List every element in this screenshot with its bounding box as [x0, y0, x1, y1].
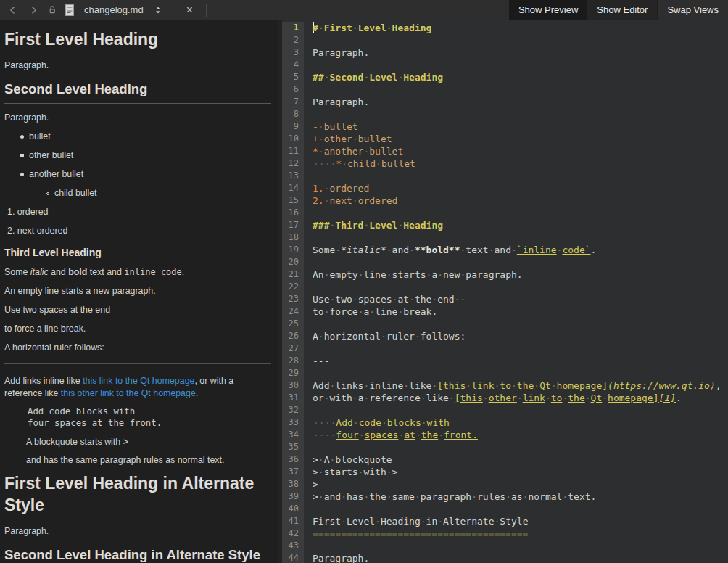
line-number[interactable]: 13	[282, 170, 304, 182]
preview-link[interactable]: this other link to the Qt homepage	[61, 388, 196, 398]
editor-line[interactable]: 38>	[282, 478, 728, 490]
editor-line[interactable]: 35	[282, 441, 728, 453]
show-editor-button[interactable]: Show Editor	[587, 0, 657, 20]
line-number[interactable]: 31	[282, 392, 304, 404]
editor-line[interactable]: 41First·Level·Heading·in·Alternate·Style	[282, 515, 728, 527]
editor-line[interactable]: 30Add·links·inline·like·[this·link·to·th…	[282, 379, 728, 392]
up-down-icon[interactable]	[152, 4, 164, 16]
line-number[interactable]: 15	[282, 194, 304, 207]
editor-line[interactable]: 152.·next·ordered	[282, 194, 728, 207]
line-number[interactable]: 21	[282, 268, 304, 281]
line-number[interactable]: 39	[282, 490, 304, 503]
editor-line[interactable]: 36>·A·blockquote	[282, 453, 728, 466]
editor-line[interactable]: 23Use·two·spaces·at·the·end··	[282, 293, 728, 305]
document-tab[interactable]: changelog.md ×	[46, 4, 210, 17]
line-number[interactable]: 10	[282, 133, 304, 145]
editor-line[interactable]: 19Some·*italic*·and·**bold**·text·and·`i…	[282, 244, 728, 256]
markdown-editor-pane[interactable]: 1#·First·Level·Heading23Paragraph.45##·S…	[282, 20, 728, 563]
line-number[interactable]: 16	[282, 207, 304, 219]
line-number[interactable]: 35	[282, 441, 304, 453]
line-number[interactable]: 38	[282, 478, 304, 490]
editor-line[interactable]: 22	[282, 281, 728, 293]
line-number[interactable]: 32	[282, 404, 304, 416]
editor-line[interactable]: 6	[282, 83, 728, 96]
editor-line[interactable]: 3Paragraph.	[282, 46, 728, 59]
unlock-icon[interactable]	[46, 4, 58, 16]
line-number[interactable]: 27	[282, 342, 304, 355]
line-number[interactable]: 26	[282, 330, 304, 342]
editor-line[interactable]: 42======================================	[282, 527, 728, 540]
line-number[interactable]: 5	[282, 71, 304, 83]
editor-line[interactable]: 24to·force·a·line·break.	[282, 305, 728, 318]
editor-line[interactable]: 28---	[282, 355, 728, 367]
line-number[interactable]: 12	[282, 157, 304, 170]
editor-line[interactable]: 10+·other·bullet	[282, 133, 728, 145]
line-number[interactable]: 7	[282, 96, 304, 108]
editor-line[interactable]: 17###·Third·Level·Heading	[282, 219, 728, 231]
line-number[interactable]: 23	[282, 293, 304, 305]
line-number[interactable]: 11	[282, 145, 304, 157]
back-icon[interactable]	[7, 4, 19, 16]
editor-line[interactable]: 32	[282, 404, 728, 416]
line-number[interactable]: 18	[282, 231, 304, 244]
tab-title[interactable]: changelog.md	[81, 4, 146, 15]
line-number[interactable]: 14	[282, 182, 304, 194]
editor-line[interactable]: 21An·empty·line·starts·a·new·paragraph.	[282, 268, 728, 281]
line-number[interactable]: 43	[282, 540, 304, 552]
line-number[interactable]: 36	[282, 453, 304, 466]
editor-line[interactable]: 40	[282, 503, 728, 515]
forward-icon[interactable]	[28, 4, 39, 16]
editor-line[interactable]: 27	[282, 342, 728, 355]
editor-line[interactable]: 29	[282, 367, 728, 379]
editor-line[interactable]: 7Paragraph.	[282, 96, 728, 108]
editor-line[interactable]: 2	[282, 34, 728, 46]
line-number[interactable]: 30	[282, 379, 304, 392]
editor-line[interactable]: 34····four·spaces·at·the·front.	[282, 429, 728, 441]
line-number[interactable]: 6	[282, 83, 304, 96]
line-number[interactable]: 42	[282, 527, 304, 540]
editor-line[interactable]: 33····Add·code·blocks·with	[282, 416, 728, 429]
editor-line[interactable]: 4	[282, 59, 728, 71]
line-number[interactable]: 1	[282, 22, 304, 34]
editor-line[interactable]: 44Paragraph.	[282, 552, 728, 563]
line-number[interactable]: 22	[282, 281, 304, 293]
markdown-preview-pane[interactable]: First Level HeadingParagraph.Second Leve…	[0, 20, 278, 563]
line-number[interactable]: 2	[282, 34, 304, 46]
editor-line[interactable]: 5##·Second·Level·Heading	[282, 71, 728, 83]
line-number[interactable]: 44	[282, 552, 304, 563]
line-number[interactable]: 8	[282, 108, 304, 120]
line-number[interactable]: 4	[282, 59, 304, 71]
editor-line[interactable]: 12····*·child·bullet	[282, 157, 728, 170]
show-preview-button[interactable]: Show Preview	[509, 0, 587, 20]
line-number[interactable]: 25	[282, 318, 304, 330]
editor-line[interactable]: 31or·with·a·reference·like·[this·other·l…	[282, 392, 728, 404]
line-number[interactable]: 19	[282, 244, 304, 256]
editor-line[interactable]: 26A·horizontal·ruler·follows:	[282, 330, 728, 342]
line-number[interactable]: 29	[282, 367, 304, 379]
editor-line[interactable]: 39>·and·has·the·same·paragraph·rules·as·…	[282, 490, 728, 503]
line-number[interactable]: 28	[282, 355, 304, 367]
line-number[interactable]: 37	[282, 466, 304, 478]
editor-line[interactable]: 11*·another·bullet	[282, 145, 728, 157]
close-icon[interactable]: ×	[182, 4, 197, 16]
line-number[interactable]: 33	[282, 416, 304, 429]
line-number[interactable]: 34	[282, 429, 304, 441]
line-number[interactable]: 17	[282, 219, 304, 231]
line-number[interactable]: 3	[282, 46, 304, 59]
editor-line[interactable]: 18	[282, 231, 728, 244]
editor-line[interactable]: 1#·First·Level·Heading	[282, 22, 728, 34]
preview-link[interactable]: this link to the Qt homepage	[83, 376, 194, 386]
editor-line[interactable]: 43	[282, 540, 728, 552]
editor-line[interactable]: 9-·bullet	[282, 120, 728, 133]
line-number[interactable]: 20	[282, 256, 304, 268]
editor-line[interactable]: 13	[282, 170, 728, 182]
editor-line[interactable]: 37>·starts·with·>	[282, 466, 728, 478]
line-number[interactable]: 9	[282, 120, 304, 133]
line-number[interactable]: 41	[282, 515, 304, 527]
editor-line[interactable]: 141.·ordered	[282, 182, 728, 194]
editor-line[interactable]: 25	[282, 318, 728, 330]
line-number[interactable]: 40	[282, 503, 304, 515]
editor-line[interactable]: 16	[282, 207, 728, 219]
editor-line[interactable]: 8	[282, 108, 728, 120]
line-number[interactable]: 24	[282, 305, 304, 318]
